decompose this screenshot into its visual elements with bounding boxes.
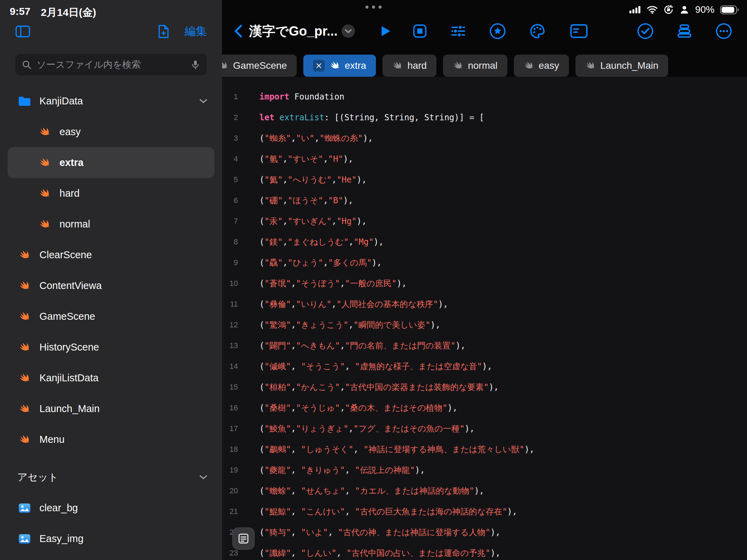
status-time: 9:57 [10, 6, 30, 20]
code-line[interactable]: 18("鷫鷞", "しゅうそく", "神話に登場する神鳥、または荒々しい獣"), [222, 439, 747, 460]
editor-overlay-button[interactable] [232, 528, 255, 550]
code-line[interactable]: 9("驫","ひょう","多くの馬"), [222, 252, 747, 273]
line-number: 21 [222, 507, 238, 516]
document-title[interactable]: 漢字でGo_pr... [249, 22, 338, 40]
line-number: 17 [222, 424, 238, 433]
tab-normal[interactable]: normal [443, 55, 507, 77]
code-text: ("夔龍", "きりゅう", "伝説上の神龍"), [259, 465, 425, 476]
code-line[interactable]: 21("鯤鯨", "こんけい", "古代の巨大魚または海の神話的な存在"), [222, 501, 747, 522]
palette-icon[interactable] [529, 22, 546, 40]
code-line[interactable]: 13("闢門","へきもん","門の名前、または門の装置"), [222, 335, 747, 356]
sidebar-toggle-icon[interactable] [15, 25, 30, 38]
code-line[interactable]: 17("鯪魚","りょうぎょ","フグ、またはその魚の一種"), [222, 418, 747, 439]
code-line[interactable]: 14("傶峨", "そうこう", "虚無的な様子、または空虚な音"), [222, 356, 747, 377]
tab-Launch_Main[interactable]: Launch_Main [575, 55, 668, 77]
code-text: ("桑樹","そうじゅ","桑の木、またはその植物"), [259, 402, 458, 413]
code-line[interactable]: 8("鎂","まぐねしうむ","Mg"), [222, 232, 747, 252]
code-line[interactable]: 3("蜘糸","い","蜘蛛の糸"), [222, 128, 747, 149]
sidebar-item-label: KanjiData [39, 95, 83, 107]
line-number: 4 [222, 155, 238, 164]
sidebar-item-easy[interactable]: easy [8, 116, 214, 147]
sidebar-item-Easy_img[interactable]: Easy_img [8, 523, 214, 554]
sidebar-item-Menu[interactable]: Menu [8, 424, 214, 455]
chevron-down-icon[interactable] [199, 99, 208, 104]
back-icon[interactable] [231, 23, 247, 39]
sidebar-toolbar: 編集 [0, 21, 222, 41]
edit-button[interactable]: 編集 [185, 24, 207, 39]
multitasking-handle[interactable] [366, 6, 382, 9]
tab-extra[interactable]: extra [303, 55, 376, 77]
code-line[interactable]: 1import Foundation [222, 86, 747, 107]
sidebar-item-hard[interactable]: hard [8, 178, 214, 209]
code-line[interactable]: 11("彝倫","いりん","人間社会の基本的な秩序"), [222, 294, 747, 315]
line-number: 20 [222, 486, 238, 495]
code-text: ("氦","へりうむ","He"), [259, 174, 367, 185]
status-bar-left: 9:57 2月14日(金) [10, 6, 96, 20]
swift-file-icon [17, 434, 32, 446]
line-number: 9 [222, 258, 238, 267]
doc-text-icon [237, 532, 250, 545]
code-line[interactable]: 4("氫","すいそ","H"), [222, 149, 747, 169]
close-tab-icon[interactable] [313, 60, 325, 72]
sidebar-item-label: アセット [17, 470, 58, 484]
sidebar-item-normal[interactable]: normal [8, 209, 214, 240]
more-icon[interactable] [715, 22, 732, 40]
mic-icon[interactable] [190, 59, 201, 70]
card-icon[interactable] [570, 24, 588, 39]
code-line[interactable]: 16("桑樹","そうじゅ","桑の木、またはその植物"), [222, 398, 747, 418]
line-number: 19 [222, 466, 238, 475]
sliders-icon[interactable] [450, 23, 467, 39]
code-line[interactable]: 20("蟾蜍", "せんちょ", "カエル、または神話的な動物"), [222, 480, 747, 501]
sidebar-item-ClearScene[interactable]: ClearScene [8, 240, 214, 270]
code-text: ("蒼氓","そうぼう","一般の庶民"), [259, 278, 407, 289]
sidebar-item-label: clear_bg [39, 502, 78, 514]
sidebar-item-KanjiListData[interactable]: KanjiListData [8, 363, 214, 393]
sidebar-item-extra[interactable]: extra [8, 147, 214, 178]
star-circle-icon[interactable] [489, 22, 506, 40]
stack-icon[interactable] [676, 23, 693, 39]
play-icon[interactable] [377, 23, 393, 39]
stop-icon[interactable] [412, 23, 428, 39]
chevron-down-icon[interactable] [199, 475, 208, 480]
swift-file-icon [37, 188, 52, 199]
code-text: ("鎂","まぐねしうむ","Mg"), [259, 236, 384, 248]
tab-bar: GameSceneextrahardnormaleasyLaunch_Main [222, 55, 747, 77]
code-line[interactable]: 5("氦","へりうむ","He"), [222, 169, 747, 190]
check-circle-icon[interactable] [637, 22, 654, 40]
code-text: ("傶峨", "そうこう", "虚無的な様子、または空虚な音"), [259, 361, 492, 372]
sidebar-item-clear_bg[interactable]: clear_bg [8, 493, 214, 523]
sidebar-item-label: Easy_img [39, 533, 83, 544]
tab-label: GameScene [233, 60, 287, 71]
code-text: ("蜘糸","い","蜘蛛の糸"), [259, 133, 373, 144]
sidebar-item-KanjiData[interactable]: KanjiData [8, 86, 214, 116]
tab-easy[interactable]: easy [514, 55, 569, 77]
new-file-icon[interactable] [157, 24, 170, 39]
sidebar-item-GameScene[interactable]: GameScene [8, 301, 214, 332]
code-line[interactable]: 12("驚鴻","きょうこう","瞬間的で美しい姿"), [222, 315, 747, 335]
title-chevron-icon[interactable] [341, 24, 356, 38]
code-line[interactable]: 22("猗与", "いよ", "古代の神、または神話に登場する人物"), [222, 522, 747, 543]
swift-file-icon [17, 311, 32, 323]
code-line[interactable]: 19("夔龍", "きりゅう", "伝説上の神龍"), [222, 460, 747, 480]
sidebar-item-HistoryScene[interactable]: HistoryScene [8, 332, 214, 363]
line-number: 15 [222, 383, 238, 392]
editor-pane: 漢字でGo_pr... GameSceneext [222, 0, 747, 560]
line-number: 10 [222, 279, 238, 288]
sidebar-item-ContentViewa[interactable]: ContentViewa [8, 270, 214, 301]
swift-file-icon [37, 157, 52, 169]
folder-icon [17, 96, 32, 106]
sidebar-item-label: Menu [39, 434, 65, 445]
sidebar-section-header[interactable]: アセット [8, 462, 214, 493]
tab-GameScene[interactable]: GameScene [222, 55, 297, 77]
search-input[interactable] [37, 59, 185, 70]
code-line[interactable]: 10("蒼氓","そうぼう","一般の庶民"), [222, 273, 747, 294]
code-line[interactable]: 7("汞","すいぎん","Hg"), [222, 211, 747, 232]
code-text: ("闢門","へきもん","門の名前、または門の装置"), [259, 340, 465, 351]
code-line[interactable]: 2let extraList: [(String, String, String… [222, 107, 747, 128]
code-line[interactable]: 6("硼","ほうそ","B"), [222, 190, 747, 211]
sidebar-item-Launch_Main[interactable]: Launch_Main [8, 393, 214, 424]
code-line[interactable]: 23("讖緯", "しんい", "古代中国の占い、または運命の予兆"), [222, 543, 747, 560]
tab-hard[interactable]: hard [382, 55, 436, 77]
code-line[interactable]: 15("桓柏","かんこう","古代中国の楽器または装飾的な要素"), [222, 377, 747, 398]
code-editor[interactable]: 1import Foundation2let extraList: [(Stri… [222, 77, 747, 560]
